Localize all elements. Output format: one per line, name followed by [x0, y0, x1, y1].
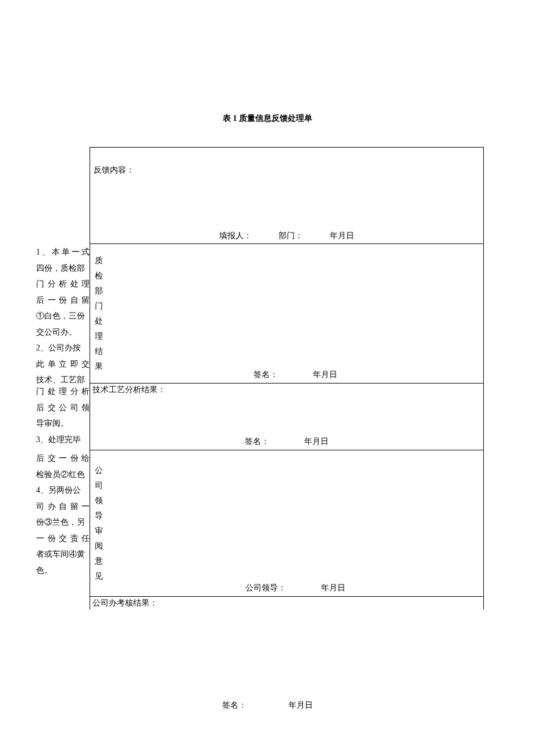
bottom-sign-label: 签名： — [222, 700, 247, 711]
document-title: 表 1 质量信息反馈处理单 — [0, 113, 535, 124]
qc-signature-line: 签名： 年月日 — [107, 367, 483, 383]
tech-date-label: 年月日 — [304, 436, 329, 447]
qc-date-label: 年月日 — [313, 370, 337, 380]
feedback-label: 反馈内容： — [94, 166, 134, 174]
qc-sign-label: 签名： — [254, 370, 278, 380]
tech-analysis-label: 技术工艺分析结果： — [90, 384, 483, 396]
qc-dept-label: 质检部门处理结果 — [90, 244, 107, 383]
leader-signature-line: 公司领导： 年月日 — [107, 580, 483, 596]
tech-sign-label: 签名： — [245, 436, 269, 447]
filler-label: 填报人： — [219, 231, 252, 241]
bottom-signature-line: 签名： 年月日 — [0, 700, 535, 711]
bottom-date-label: 年月日 — [288, 700, 313, 711]
tech-signature-line: 签名： 年月日 — [90, 433, 483, 450]
feedback-content-cell: 反馈内容： — [90, 148, 483, 228]
date-label: 年月日 — [330, 231, 354, 241]
leader-sign-label: 公司领导： — [245, 583, 286, 593]
leader-date-label: 年月日 — [321, 583, 345, 593]
leader-review-label: 公司领导审阅意见 — [90, 450, 107, 596]
reporter-signature-line: 填报人： 部门： 年月日 — [90, 228, 483, 244]
office-assessment-label: 公司办考核结果： — [90, 597, 483, 610]
form-table: 反馈内容： 填报人： 部门： 年月日 1、本单一式 四份，质检部 门分析处理 后… — [36, 147, 484, 610]
dept-label: 部门： — [279, 231, 303, 241]
side-notes: 1、本单一式 四份，质检部 门分析处理 后一份自留 ①白色，三份 交公司办。 2… — [36, 244, 90, 388]
